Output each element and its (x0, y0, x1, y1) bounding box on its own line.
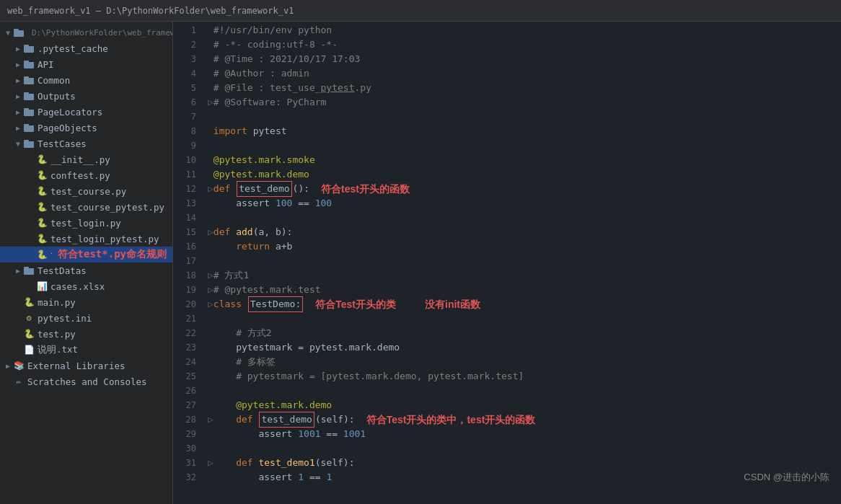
sidebar-label-test_course: test_course.py (50, 186, 167, 197)
folder-icon-pagelocators (23, 106, 35, 118)
svg-rect-11 (24, 108, 29, 110)
code-line-20: ▷ class TestDemo: 符合Test开头的类 没有init函数 (208, 297, 841, 311)
sidebar-item-main_py[interactable]: ▶ 🐍 main.py (0, 294, 172, 310)
line10-content: @pytest.mark.smoke (213, 153, 315, 167)
sidebar-item-pageobjects[interactable]: ▶ PageObjects (0, 120, 172, 136)
fold-gutter-19[interactable]: ▷ (208, 283, 213, 297)
fold-gutter-6[interactable]: ▷ (208, 95, 213, 110)
editor-annotation-line28: 符合Test开头的类中，test开头的函数 (366, 412, 536, 427)
sidebar-item-shuoming[interactable]: ▶ 📄 说明.txt (0, 342, 172, 358)
sidebar-item-init[interactable]: ▶ 🐍 __init__.py (0, 151, 172, 167)
line31-args: (self): (315, 456, 355, 470)
code-line-25: # pytestmark = [pytest.mark.demo, pytest… (208, 369, 841, 384)
py-icon-test_course: 🐍 (36, 185, 48, 197)
svg-rect-9 (24, 92, 29, 94)
sidebar-item-api[interactable]: ▶ API (0, 56, 172, 72)
line7-content (213, 110, 219, 124)
fold-gutter-28[interactable]: ▷ (208, 412, 213, 427)
line29-content: assert 1001 == 1001 (213, 427, 366, 441)
folder-icon-pageobjects (23, 122, 35, 133)
line20-classname: TestDemo: (248, 296, 303, 312)
line11-content: @pytest.mark.demo (213, 167, 309, 182)
sidebar-item-root[interactable]: ▼ web_framework_v1 D:\PythonWorkFolder\w… (0, 25, 172, 40)
code-line-11: @pytest.mark.demo (208, 167, 841, 182)
arrow-external_libs: ▶ (3, 362, 13, 370)
code-line-1: #!/usr/bin/env python (208, 23, 841, 37)
py-icon-test_login: 🐍 (36, 217, 48, 229)
sidebar-item-test_use_pytest[interactable]: ▶ 🐍 test_use_pytest.py 符合test*.py命名规则 (0, 247, 172, 262)
sidebar-item-test_login_pytest[interactable]: ▶ 🐍 test_login_pytest.py (0, 231, 172, 247)
svg-rect-16 (24, 268, 34, 275)
code-line-6: ▷ # @Software: PyCharm (208, 95, 841, 110)
line19-content: # @pytest.mark.test (213, 283, 321, 297)
sidebar-item-test_login[interactable]: ▶ 🐍 test_login.py (0, 215, 172, 231)
sidebar-item-outputs[interactable]: ▶ Outputs (0, 88, 172, 104)
folder-icon-common (23, 74, 35, 86)
sidebar-item-test_course[interactable]: ▶ 🐍 test_course.py (0, 183, 172, 199)
py-icon-main: 🐍 (23, 296, 35, 308)
sidebar-item-pytest_ini[interactable]: ▶ ⚙ pytest.ini (0, 310, 172, 326)
py-icon-test_course_pytest: 🐍 (36, 201, 48, 213)
sidebar-item-pagelocators[interactable]: ▶ PageLocators (0, 104, 172, 120)
fold-gutter-1 (208, 23, 213, 37)
sidebar-item-cases_xlsx[interactable]: ▶ 📊 cases.xlsx (0, 278, 172, 294)
code-line-22: # 方式2 (208, 326, 841, 340)
line22-content: # 方式2 (213, 326, 272, 340)
sidebar-label-test_use_pytest: test_use_pytest.py (50, 249, 52, 260)
code-line-5: # @File : test_use_pytest.py (208, 81, 841, 95)
fold-gutter-18[interactable]: ▷ (208, 268, 213, 283)
sidebar-label-testcases: TestCases (38, 138, 167, 149)
fold-gutter-14 (208, 211, 213, 225)
sidebar-label-test_py: test.py (38, 329, 167, 340)
code-pane[interactable]: #!/usr/bin/env python # -*- coding:utf-8… (202, 22, 841, 504)
fold-gutter-4 (208, 66, 213, 81)
line16-content (213, 239, 236, 254)
code-line-2: # -*- coding:utf-8 -*- (208, 37, 841, 52)
line27-content: @pytest.mark.demo (213, 398, 332, 412)
sidebar-item-test_course_pytest[interactable]: ▶ 🐍 test_course_pytest.py (0, 199, 172, 215)
svg-rect-5 (24, 61, 29, 63)
sidebar-item-testcases[interactable]: ▼ TestCases (0, 136, 172, 151)
sidebar-item-conftest[interactable]: ▶ 🐍 conftest.py (0, 167, 172, 183)
fold-gutter-10 (208, 153, 213, 167)
line5-content: # @File : test_use_pytest.py (213, 81, 371, 95)
code-line-26 (208, 384, 841, 398)
sidebar-item-scratches[interactable]: ▶ ✏ Scratches and Consoles (0, 373, 172, 389)
fold-gutter-25 (208, 369, 213, 384)
fold-gutter-8 (208, 124, 213, 138)
fold-gutter-5 (208, 81, 213, 95)
sidebar-label-api: API (38, 59, 167, 70)
arrow-pagelocators: ▶ (13, 108, 23, 116)
sidebar-item-testdatas[interactable]: ▶ TestDatas (0, 262, 172, 278)
code-line-14 (208, 211, 841, 225)
sidebar-item-test_py[interactable]: ▶ 🐍 test.py (0, 326, 172, 342)
svg-rect-7 (24, 76, 29, 79)
sidebar-item-pytest_cache[interactable]: ▶ .pytest_cache (0, 40, 172, 56)
lib-icon: 📚 (13, 360, 25, 371)
arrow-testcases: ▼ (13, 140, 23, 148)
arrow-pytest_cache: ▶ (13, 45, 23, 53)
fold-gutter-31[interactable]: ▷ (208, 456, 213, 470)
sidebar-item-common[interactable]: ▶ Common (0, 72, 172, 88)
fold-gutter-20[interactable]: ▷ (208, 297, 213, 311)
code-line-18: ▷ # 方式1 (208, 268, 841, 283)
line8-import: import (213, 124, 253, 138)
line4-content: # @Author : admin (213, 66, 309, 81)
sidebar[interactable]: ▼ web_framework_v1 D:\PythonWorkFolder\w… (0, 22, 173, 504)
py-icon-test_login_pytest: 🐍 (36, 233, 48, 244)
sidebar-label-pagelocators: PageLocators (38, 107, 167, 118)
fold-gutter-15[interactable]: ▷ (208, 225, 213, 239)
sidebar-label-test_login: test_login.py (50, 218, 167, 229)
svg-rect-14 (24, 141, 34, 148)
fold-gutter-17 (208, 254, 213, 268)
line20-class: class (213, 297, 247, 311)
sidebar-label-cases_xlsx: cases.xlsx (50, 281, 167, 292)
fold-gutter-12[interactable]: ▷ (208, 182, 213, 196)
svg-rect-0 (14, 30, 24, 37)
code-line-17 (208, 254, 841, 268)
sidebar-item-external_libs[interactable]: ▶ 📚 External Libraries (0, 358, 172, 373)
fold-gutter-7 (208, 110, 213, 124)
ini-icon: ⚙ (23, 312, 35, 324)
line32-content: assert 1 == 1 (213, 470, 332, 485)
line28-def: def (236, 412, 258, 427)
